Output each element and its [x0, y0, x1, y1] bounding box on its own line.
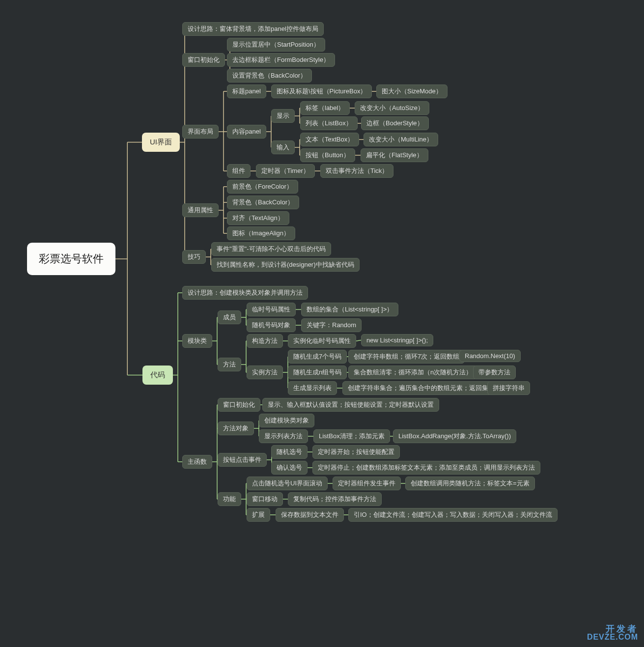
node-layout[interactable]: 界面布局 [182, 125, 219, 139]
node-param-method[interactable]: 带参数方法 [473, 366, 516, 379]
node-flatstyle[interactable]: 扁平化（FlatStyle） [361, 148, 428, 162]
node-design-idea-code[interactable]: 设计思路：创建模块类及对象并调用方法 [182, 286, 308, 300]
node-listbox-addrange[interactable]: ListBox.AddRange(对象.方法.ToArray()) [393, 429, 516, 443]
node-timer[interactable]: 定时器（Timer） [256, 164, 315, 178]
node-copy-code[interactable]: 复制代码；控件添加事件方法 [288, 492, 382, 506]
watermark-line1: 开发者 [587, 624, 638, 633]
node-autosize[interactable]: 改变大小（AutoSize） [355, 101, 429, 115]
node-gen-display-list[interactable]: 生成显示列表 [288, 381, 337, 395]
node-temp-number-prop[interactable]: 临时号码属性 [247, 303, 296, 316]
node-timer-start[interactable]: 定时器开始；按钮使能配置 [312, 445, 400, 459]
node-display-list-method[interactable]: 显示列表方法 [259, 429, 308, 443]
node-imagealign[interactable]: 图标（ImageAlign） [227, 226, 295, 240]
node-instantiate-temp[interactable]: 实例化临时号码属性 [288, 334, 356, 348]
node-window-move[interactable]: 窗口移动 [247, 492, 283, 506]
node-features[interactable]: 功能 [218, 492, 241, 506]
node-window-init[interactable]: 窗口初始化 [182, 53, 225, 67]
node-create-module-obj[interactable]: 创建模块类对象 [259, 414, 314, 427]
node-create-string-array[interactable]: 创建字符串数组；循环7次；返回数组 [348, 350, 465, 364]
node-timer-stop[interactable]: 定时器停止；创建数组添加标签文本元素；添加至类成员；调用显示列表方法 [312, 461, 540, 475]
node-design-idea-ui[interactable]: 设计思路：窗体背景墙，添加panel控件做布局 [182, 22, 324, 36]
node-common-props[interactable]: 通用属性 [182, 203, 219, 217]
node-listbox[interactable]: 列表（ListBox） [300, 116, 358, 130]
node-border-style[interactable]: 边框（BoderStyle） [361, 116, 429, 130]
node-forecolor[interactable]: 前景色（ForeColor） [227, 180, 298, 194]
node-label[interactable]: 标签（label） [300, 101, 350, 115]
node-tips[interactable]: 技巧 [182, 250, 206, 264]
node-extension[interactable]: 扩展 [247, 508, 270, 522]
node-create-array-call[interactable]: 创建数组调用类随机方法；标签文本=元素 [405, 477, 535, 490]
branch-ui[interactable]: UI界面 [142, 133, 180, 152]
root-node[interactable]: 彩票选号软件 [27, 243, 115, 275]
watermark: 开发者 DEVZE.COM [587, 624, 638, 641]
node-method-obj[interactable]: 方法对象 [218, 422, 254, 435]
node-button[interactable]: 按钮（Button） [300, 148, 355, 162]
node-window-init2[interactable]: 窗口初始化 [218, 398, 260, 412]
node-title-panel[interactable]: 标题panel [227, 84, 266, 98]
node-textalign[interactable]: 对齐（TextAlign） [227, 211, 289, 225]
node-button-click-event[interactable]: 按钮点击事件 [218, 453, 267, 467]
node-confirm-select[interactable]: 确认选号 [271, 461, 308, 475]
node-save-to-file[interactable]: 保存数据到文本文件 [276, 508, 344, 522]
node-backcolor2[interactable]: 背景色（BackColor） [227, 196, 299, 209]
node-textbox[interactable]: 文本（TextBox） [300, 133, 359, 146]
node-random-obj[interactable]: 随机号码对象 [247, 318, 296, 332]
node-input[interactable]: 输入 [271, 141, 295, 154]
node-new-list[interactable]: new List<stringp[ ]>(); [361, 334, 433, 346]
node-clear-loop-add[interactable]: 集合数组清零；循环添加（n次随机方法） [348, 366, 477, 379]
node-random-select[interactable]: 随机选号 [271, 445, 308, 459]
node-timer-event[interactable]: 定时器组件发生事件 [333, 477, 401, 490]
node-sizemode[interactable]: 图大小（SizeMode） [376, 84, 448, 98]
node-keyword-random[interactable]: 关键字：Random [301, 318, 362, 332]
node-random-next[interactable]: Random.Next(10) [459, 350, 521, 362]
node-main-function[interactable]: 主函数 [182, 455, 212, 469]
node-components[interactable]: 组件 [227, 164, 251, 178]
node-display[interactable]: 显示 [271, 109, 295, 123]
branch-code[interactable]: 代码 [142, 366, 173, 385]
node-back-color[interactable]: 设置背景色（BackColor） [227, 69, 312, 83]
node-constructor[interactable]: 构造方法 [247, 334, 283, 348]
node-designer-default[interactable]: 找到属性名称，到设计器(designer)中找缺省代码 [211, 258, 360, 272]
node-random-n[interactable]: 随机生成n组号码 [288, 366, 347, 379]
node-random-7[interactable]: 随机生成7个号码 [288, 350, 347, 364]
node-ui-scroll[interactable]: 点击随机选号UI界面滚动 [247, 477, 328, 490]
node-instance-methods[interactable]: 实例方法 [247, 366, 283, 379]
node-listbox-clear-add[interactable]: ListBox清理；添加元素 [313, 429, 390, 443]
node-picturebox[interactable]: 图标及标题\按钮（PictureBox） [271, 84, 372, 98]
node-form-border-style[interactable]: 去边框标题栏（FormBoderStyle） [227, 53, 335, 67]
node-tick[interactable]: 双击事件方法（Tick） [320, 164, 393, 178]
node-start-position[interactable]: 显示位置居中（StartPosition） [227, 38, 325, 52]
node-multiline[interactable]: 改变大小（MultiLine） [364, 133, 438, 146]
node-default-settings[interactable]: 显示、输入框默认值设置；按钮使能设置；定时器默认设置 [262, 398, 439, 412]
watermark-line2: DEVZE.COM [587, 633, 638, 641]
node-methods[interactable]: 方法 [218, 358, 241, 371]
node-create-string-collection[interactable]: 创建字符串集合；遍历集合中的数组元素；返回集合 [342, 381, 500, 395]
node-members[interactable]: 成员 [218, 310, 241, 324]
node-concat-string[interactable]: 拼接字符串 [487, 381, 530, 395]
node-content-panel[interactable]: 内容panel [227, 125, 266, 139]
node-list-string-array[interactable]: 数组的集合（List<stringp[ ]>） [301, 303, 398, 316]
node-event-reset[interactable]: 事件"重置"-可清除不小心双击后的代码 [211, 242, 331, 256]
node-io-stream[interactable]: 引IO；创建文件流；创建写入器；写入数据；关闭写入器；关闭文件流 [348, 508, 558, 522]
node-module-class[interactable]: 模块类 [182, 334, 212, 348]
